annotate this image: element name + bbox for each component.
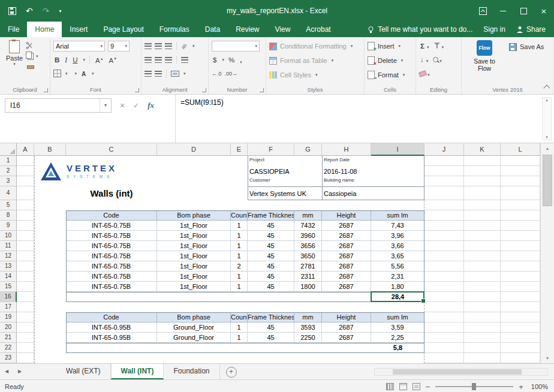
- cell-D12[interactable]: 1st_Floor: [157, 251, 231, 261]
- row-header-23[interactable]: 23: [0, 353, 17, 363]
- page-layout-view-button[interactable]: [399, 383, 407, 390]
- cell-E13[interactable]: 2: [231, 261, 248, 272]
- cell-C11[interactable]: INT-65-0.75B: [66, 241, 157, 251]
- row-header-10[interactable]: 10: [0, 231, 17, 241]
- row-header-5[interactable]: 5: [0, 200, 17, 210]
- vertical-scroll-thumb[interactable]: [543, 155, 552, 206]
- row-header-20[interactable]: 20: [0, 322, 17, 333]
- cell-G21[interactable]: 2250: [294, 333, 322, 343]
- row-header-19[interactable]: 19: [0, 312, 17, 322]
- table-header-cell-G8[interactable]: mm: [294, 210, 322, 221]
- horizontal-scrollbar[interactable]: [374, 368, 548, 376]
- vertical-scrollbar[interactable]: ▲ ▼: [540, 143, 554, 363]
- column-header-H[interactable]: H: [322, 143, 371, 156]
- cell-D13[interactable]: 1st_Floor: [157, 261, 231, 272]
- cell-D21[interactable]: Ground_Floor: [157, 333, 231, 343]
- cell-C9[interactable]: INT-65-0.75B: [66, 221, 157, 231]
- cell-G15[interactable]: 1800: [294, 282, 322, 292]
- scroll-up-arrow[interactable]: ▲: [541, 143, 554, 153]
- row-header-11[interactable]: 11: [0, 241, 17, 251]
- underline-dropdown-arrow[interactable]: ▾: [83, 58, 85, 62]
- table-header-cell-D8[interactable]: Bom phase: [157, 210, 231, 221]
- autosum-button[interactable]: Σ▾: [419, 42, 429, 50]
- cell-F13[interactable]: 45: [248, 261, 294, 272]
- format-cells-button[interactable]: ▪ Format▾: [368, 68, 413, 82]
- column-header-I[interactable]: I: [371, 143, 424, 156]
- cell-D11[interactable]: 1st_Floor: [157, 241, 231, 251]
- redo-button[interactable]: ↷: [43, 7, 50, 15]
- horizontal-scroll-thumb[interactable]: [393, 369, 522, 375]
- align-center-button[interactable]: [155, 57, 162, 63]
- cell-C13[interactable]: INT-65-0.75B: [66, 261, 157, 272]
- formula-bar-scrollbar[interactable]: ▴▾: [542, 97, 552, 140]
- cell-E15[interactable]: 1: [231, 282, 248, 292]
- cell-C14[interactable]: INT-65-0.75B: [66, 272, 157, 282]
- increase-indent-button[interactable]: [155, 71, 162, 77]
- column-header-K[interactable]: K: [464, 143, 501, 156]
- top-align-button[interactable]: [144, 43, 152, 49]
- wrap-text-button[interactable]: [181, 57, 188, 63]
- row-header-12[interactable]: 12: [0, 251, 17, 261]
- cell-E11[interactable]: 1: [231, 241, 248, 251]
- align-right-button[interactable]: [165, 57, 172, 63]
- row-header-1[interactable]: 1: [0, 156, 17, 166]
- ribbon-tab-formulas[interactable]: Formulas: [152, 22, 197, 37]
- table-header-cell-F19[interactable]: Frame Thickness: [248, 312, 294, 322]
- cell-E14[interactable]: 1: [231, 272, 248, 282]
- table-header-cell-C8[interactable]: Code: [66, 210, 157, 221]
- qat-customize-button[interactable]: ▾: [59, 8, 61, 14]
- insert-function-button[interactable]: fx: [147, 101, 154, 110]
- column-header-E[interactable]: E: [231, 143, 248, 156]
- ribbon-tab-insert[interactable]: Insert: [62, 22, 95, 37]
- cell-I11[interactable]: 3,66: [371, 241, 424, 251]
- column-header-L[interactable]: L: [501, 143, 540, 156]
- row-header-14[interactable]: 14: [0, 272, 17, 282]
- close-button[interactable]: ×: [534, 0, 554, 22]
- cell-G14[interactable]: 2311: [294, 272, 322, 282]
- increase-decimal-button[interactable]: ←.0: [212, 71, 222, 77]
- maximize-button[interactable]: [513, 0, 534, 22]
- cell-C10[interactable]: INT-65-0.75B: [66, 231, 157, 241]
- page-break-view-button[interactable]: [413, 383, 420, 390]
- table-header-cell-G19[interactable]: mm: [294, 312, 322, 322]
- decrease-font-size-button[interactable]: A▼: [108, 55, 119, 65]
- cell-D20[interactable]: Ground_Floor: [157, 322, 231, 333]
- cell-D9[interactable]: 1st_Floor: [157, 221, 231, 231]
- cell-styles-button[interactable]: Cell Styles▾: [269, 68, 361, 82]
- format-as-table-button[interactable]: Format as Table▾: [269, 53, 361, 68]
- table-header-cell-D19[interactable]: Bom phase: [157, 312, 231, 322]
- zoom-slider[interactable]: [435, 386, 513, 387]
- font-size-select[interactable]: 9▾: [108, 41, 130, 52]
- minimize-button[interactable]: [493, 0, 513, 22]
- cell-G9[interactable]: 7432: [294, 221, 322, 231]
- cell-G11[interactable]: 3656: [294, 241, 322, 251]
- format-painter-button[interactable]: [26, 63, 38, 71]
- align-left-button[interactable]: [144, 57, 152, 63]
- cell-F14[interactable]: 45: [248, 272, 294, 282]
- scroll-down-arrow[interactable]: ▼: [541, 353, 554, 363]
- row-header-2[interactable]: 2: [0, 166, 17, 176]
- column-header-D[interactable]: D: [157, 143, 231, 156]
- undo-button[interactable]: ↶: [26, 7, 33, 15]
- cell-F9[interactable]: 45: [248, 221, 294, 231]
- row-header-17[interactable]: 17: [0, 302, 17, 312]
- row-header-15[interactable]: 15: [0, 282, 17, 292]
- cell-F10[interactable]: 45: [248, 231, 294, 241]
- table-header-cell-E8[interactable]: Count: [231, 210, 248, 221]
- ribbon-tab-view[interactable]: View: [267, 22, 299, 37]
- cell-E10[interactable]: 1: [231, 231, 248, 241]
- bottom-align-button[interactable]: [165, 43, 172, 49]
- zoom-level[interactable]: 100%: [531, 383, 548, 390]
- sheet-tab-foundation[interactable]: Foundation: [164, 364, 219, 379]
- cell-E9[interactable]: 1: [231, 221, 248, 231]
- cell-F20[interactable]: 45: [248, 322, 294, 333]
- sheet-tab-wall-int-[interactable]: Wall (INT): [111, 364, 164, 379]
- column-header-C[interactable]: C: [66, 143, 157, 156]
- cell-I22[interactable]: 5,8: [371, 343, 424, 353]
- ribbon-tab-file[interactable]: File: [0, 22, 27, 37]
- tell-me-box[interactable]: Tell me what you want to do...: [368, 25, 472, 34]
- row-header-21[interactable]: 21: [0, 333, 17, 343]
- select-all-corner[interactable]: [0, 143, 17, 156]
- table-header-cell-I19[interactable]: sum lm: [371, 312, 424, 322]
- sign-in-link[interactable]: Sign in: [483, 25, 505, 34]
